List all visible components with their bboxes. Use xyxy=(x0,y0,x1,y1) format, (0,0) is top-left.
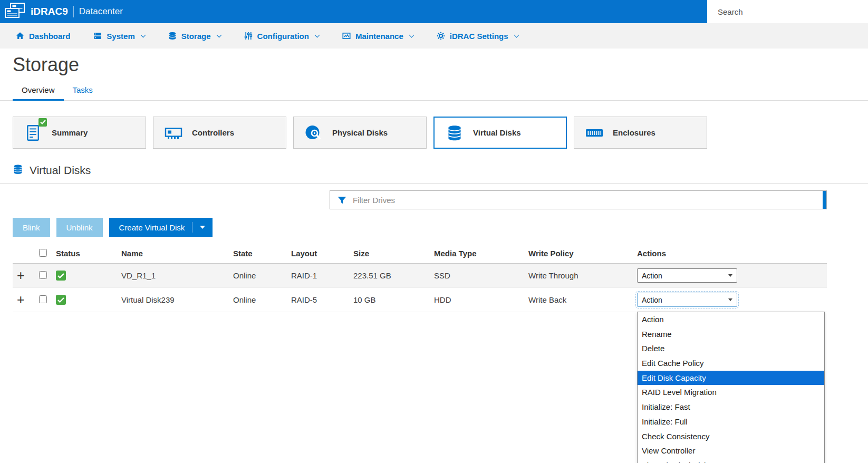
action-menu-item[interactable]: View Physical Disks xyxy=(638,458,824,463)
summary-icon xyxy=(24,123,43,142)
brand-area: iDRAC9 Datacenter xyxy=(0,3,123,21)
col-media-type: Media Type xyxy=(434,249,528,258)
filter-expand-button[interactable] xyxy=(823,191,826,209)
card-label: Virtual Disks xyxy=(473,128,521,137)
nav-item-idrac-settings[interactable]: iDRAC Settings xyxy=(437,32,518,41)
action-dropdown-menu: Action Rename Delete Edit Cache Policy E… xyxy=(637,312,825,463)
table-toolbar: Blink Unblink Create Virtual Disk xyxy=(13,218,868,237)
status-ok-icon xyxy=(56,271,66,281)
row-checkbox[interactable] xyxy=(39,295,47,303)
virtual-disk-icon xyxy=(13,163,23,177)
storage-icon xyxy=(168,32,177,40)
table-row: + Virtual Disk239 Online RAID-5 10 GB HD… xyxy=(13,288,827,312)
expand-row-button[interactable]: + xyxy=(13,269,39,282)
funnel-icon xyxy=(337,196,346,204)
filter-row xyxy=(0,190,868,209)
brand-name: iDRAC9 xyxy=(31,6,68,17)
chevron-down-icon xyxy=(314,32,320,37)
select-caret-icon xyxy=(728,274,732,277)
vd-state: Online xyxy=(233,295,291,304)
col-state: State xyxy=(233,249,291,258)
page-title: Storage xyxy=(13,54,868,76)
vd-write-policy: Write Through xyxy=(528,271,637,280)
expand-row-button[interactable]: + xyxy=(13,293,39,306)
nav-item-system[interactable]: System xyxy=(93,32,144,41)
nav-item-configuration[interactable]: Configuration xyxy=(244,32,319,41)
tab-bar: Overview Tasks xyxy=(0,82,868,101)
card-virtual-disks[interactable]: Virtual Disks xyxy=(433,117,567,149)
vd-media-type: SSD xyxy=(434,271,528,280)
select-caret-icon xyxy=(728,298,732,301)
action-menu-item[interactable]: Action xyxy=(638,312,824,327)
action-menu-item[interactable]: Check Consistency xyxy=(638,429,824,444)
storage-category-cards: Summary Controllers xyxy=(13,117,868,149)
action-menu-item[interactable]: Initialize: Fast xyxy=(638,400,824,414)
action-menu-item[interactable]: Edit Cache Policy xyxy=(638,356,824,371)
vd-size: 10 GB xyxy=(353,295,434,304)
card-label: Physical Disks xyxy=(332,128,388,137)
controller-icon xyxy=(164,123,183,142)
nav-item-maintenance[interactable]: Maintenance xyxy=(342,32,413,41)
card-label: Controllers xyxy=(192,128,234,137)
tab-overview[interactable]: Overview xyxy=(13,82,64,101)
blink-button[interactable]: Blink xyxy=(13,218,50,237)
table-header-row: Status Name State Layout Size Media Type… xyxy=(13,244,827,264)
col-actions: Actions xyxy=(637,249,827,258)
brand-product: Datacenter xyxy=(79,6,123,17)
filter-drives-input[interactable] xyxy=(353,191,816,209)
vd-write-policy: Write Back xyxy=(528,295,637,304)
action-select[interactable]: Action xyxy=(637,268,737,283)
action-menu-item[interactable]: Initialize: Full xyxy=(638,414,824,429)
action-select-value: Action xyxy=(642,296,662,304)
card-label: Summary xyxy=(52,128,88,137)
card-enclosures[interactable]: Enclosures xyxy=(574,117,707,149)
chevron-down-icon xyxy=(409,32,414,37)
card-controllers[interactable]: Controllers xyxy=(153,117,286,149)
unblink-button[interactable]: Unblink xyxy=(56,218,103,237)
idrac-screen: iDRAC9 Datacenter Dashboard System xyxy=(0,0,868,463)
vd-name: VD_R1_1 xyxy=(121,271,233,280)
action-select-open[interactable]: Action xyxy=(637,293,737,307)
action-menu-item[interactable]: Rename xyxy=(638,327,824,342)
nav-label: Maintenance xyxy=(355,32,403,41)
select-all-checkbox[interactable] xyxy=(39,249,47,257)
action-menu-item[interactable]: Delete xyxy=(638,341,824,356)
col-layout: Layout xyxy=(291,249,353,258)
card-summary[interactable]: Summary xyxy=(13,117,146,149)
filter-drives-box[interactable] xyxy=(330,190,827,209)
action-menu-item-highlighted[interactable]: Edit Disk Capacity xyxy=(638,371,824,385)
search-box[interactable] xyxy=(707,0,868,23)
col-write-policy: Write Policy xyxy=(528,249,637,258)
physical-disk-icon xyxy=(304,123,323,142)
create-virtual-disk-button[interactable]: Create Virtual Disk xyxy=(109,218,213,237)
vd-media-type: HDD xyxy=(434,295,528,304)
create-virtual-disk-label: Create Virtual Disk xyxy=(119,223,185,232)
gear-icon xyxy=(437,32,445,40)
section-title: Virtual Disks xyxy=(30,164,91,177)
status-ok-badge xyxy=(38,118,47,127)
action-menu-item[interactable]: RAID Level Migration xyxy=(638,385,824,400)
row-checkbox[interactable] xyxy=(39,271,47,279)
nav-item-storage[interactable]: Storage xyxy=(168,32,221,41)
enclosure-icon xyxy=(585,123,604,142)
chevron-down-icon xyxy=(216,32,221,37)
status-ok-icon xyxy=(56,295,66,305)
home-icon xyxy=(16,32,24,40)
tab-tasks[interactable]: Tasks xyxy=(64,82,102,100)
nav-item-dashboard[interactable]: Dashboard xyxy=(16,32,70,41)
chevron-down-icon xyxy=(140,32,146,37)
sliders-icon xyxy=(244,32,253,40)
vd-name: Virtual Disk239 xyxy=(121,295,233,304)
col-name: Name xyxy=(121,249,233,258)
card-label: Enclosures xyxy=(613,128,655,137)
card-physical-disks[interactable]: Physical Disks xyxy=(293,117,427,149)
top-header: iDRAC9 Datacenter xyxy=(0,0,868,23)
table-row: + VD_R1_1 Online RAID-1 223.51 GB SSD Wr… xyxy=(13,264,827,288)
main-content: Storage Overview Tasks xyxy=(0,49,868,463)
action-select-value: Action xyxy=(642,272,662,280)
nav-label: Dashboard xyxy=(29,32,70,41)
vd-layout: RAID-5 xyxy=(291,295,353,304)
nav-label: Configuration xyxy=(257,32,309,41)
action-menu-item[interactable]: View Controller xyxy=(638,443,824,458)
search-input[interactable] xyxy=(718,7,861,16)
